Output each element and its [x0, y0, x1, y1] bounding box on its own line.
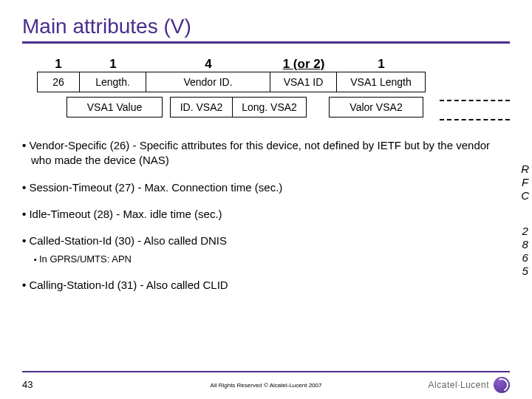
bullet-item: Called-Station-Id (30) - Also called DNI… [22, 233, 510, 248]
field-vsa2-length: Long. VSA2 [233, 97, 307, 117]
num-cell: 4 [146, 57, 270, 72]
field-vsa2-id: ID. VSA2 [170, 97, 233, 117]
side-text-block2: 2 8 6 5 [521, 225, 529, 278]
bullet-item: Vendor-Specific (26) - Specific attribut… [22, 138, 510, 168]
diagram-header-row: 1 1 4 1 (or 2) 1 [37, 57, 510, 72]
field-vsa1-id: VSA1 ID [270, 72, 337, 92]
field-vendor-id: Vendor ID. [146, 72, 270, 92]
sub-bullet-item: In GPRS/UMTS: APN [22, 253, 510, 266]
packet-diagram: 1 1 4 1 (or 2) 1 26 Length. Vendor ID. V… [37, 57, 510, 117]
brand-mark-icon [494, 377, 510, 393]
slide: Main attributes (V) 1 1 4 1 (or 2) 1 26 … [0, 0, 532, 399]
diagram-row-1: 26 Length. Vendor ID. VSA1 ID VSA1 Lengt… [37, 72, 510, 92]
num-cell: 1 [80, 57, 146, 72]
field-type: 26 [37, 72, 80, 92]
num-cell: 1 [337, 57, 426, 72]
slide-title: Main attributes (V) [22, 15, 510, 38]
title-underline [22, 41, 510, 44]
bullet-item: Session-Timeout (27) - Max. Connection t… [22, 180, 510, 195]
field-vsa1-value: VSA1 Value [66, 97, 163, 117]
field-vsa2-value: Valor VSA2 [329, 97, 423, 117]
bullet-item: Idle-Timeout (28) - Max. idle time (sec.… [22, 207, 510, 222]
side-text: R F C 2 8 6 5 [521, 163, 529, 278]
num-cell: 1 (or 2) [270, 57, 337, 72]
bullet-list: Vendor-Specific (26) - Specific attribut… [22, 138, 510, 293]
brand-logo: Alcatel·Lucent [429, 377, 510, 393]
num-cell: 1 [37, 57, 80, 72]
diagram-row-2: VSA1 Value ID. VSA2 Long. VSA2 Valor VSA… [37, 97, 510, 117]
side-text-block1: R F C [521, 163, 529, 202]
continuation-dash [440, 100, 510, 101]
bullet-item: Calling-Station-Id (31) - Also called CL… [22, 278, 510, 293]
brand-text: Alcatel·Lucent [429, 380, 489, 390]
field-vsa1-length: VSA1 Length [337, 72, 426, 92]
footer-divider [22, 371, 510, 372]
continuation-dash [440, 119, 510, 120]
field-length: Length. [80, 72, 146, 92]
